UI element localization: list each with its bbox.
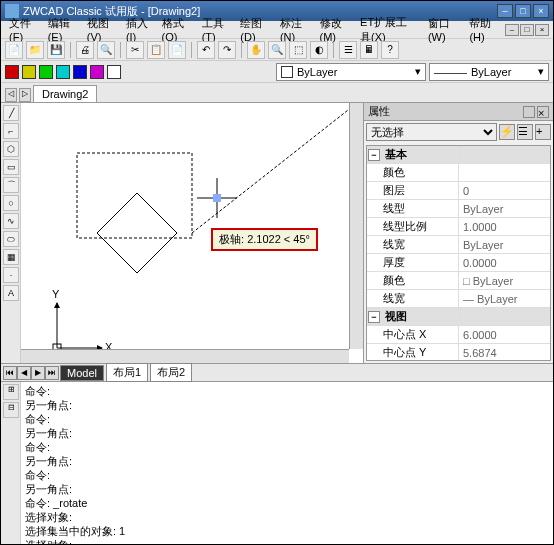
maximize-button[interactable]: □ (515, 4, 531, 18)
selobj-icon[interactable]: ☰ (517, 124, 533, 140)
polar-tooltip: 极轴: 2.1022 < 45° (211, 228, 318, 251)
color-red[interactable] (5, 65, 19, 79)
layout-prev-icon[interactable]: ◀ (17, 366, 31, 380)
prop-value[interactable]: □ ByLayer (459, 274, 550, 288)
zoomwin-icon[interactable]: ⬚ (289, 41, 307, 59)
prop-value[interactable]: 6.0000 (459, 328, 550, 342)
cmd-toolbar: ⊞ ⊟ (1, 382, 21, 545)
command-history[interactable]: 命令:另一角点:命令:另一角点:命令:另一角点:命令:另一角点:命令: _rot… (21, 382, 553, 545)
undo-icon[interactable]: ↶ (197, 41, 215, 59)
prop-value[interactable]: 0.0000 (459, 256, 550, 270)
ellipse-icon[interactable]: ⬭ (3, 231, 19, 247)
prop-value[interactable]: 5.6874 (459, 346, 550, 360)
cmd-tool2-icon[interactable]: ⊟ (3, 402, 19, 418)
color-blue[interactable] (73, 65, 87, 79)
open-icon[interactable]: 📁 (26, 41, 44, 59)
cmd-tool1-icon[interactable]: ⊞ (3, 384, 19, 400)
prop-key: 颜色 (379, 272, 459, 289)
cmd-line: 另一角点: (25, 482, 549, 496)
layer-toolbar: ByLayer▾ ———ByLayer▾ (1, 61, 553, 83)
color-cyan[interactable] (56, 65, 70, 79)
linetype-select[interactable]: ———ByLayer▾ (429, 63, 549, 81)
layout2-tab[interactable]: 布局2 (150, 363, 192, 382)
new-icon[interactable]: 📄 (5, 41, 23, 59)
polygon-icon[interactable]: ⬡ (3, 141, 19, 157)
mdi-max-button[interactable]: □ (520, 24, 534, 36)
tab-next-icon[interactable]: ▷ (19, 88, 31, 102)
mdi-close-button[interactable]: × (535, 24, 549, 36)
paste-icon[interactable]: 📄 (168, 41, 186, 59)
prop-key: 线型 (379, 200, 459, 217)
prop-value[interactable]: 0 (459, 184, 550, 198)
layout1-tab[interactable]: 布局1 (106, 363, 148, 382)
quicksel-icon[interactable]: ⚡ (499, 124, 515, 140)
zoom-icon[interactable]: 🔍 (268, 41, 286, 59)
cmd-line: 选择集当中的对象: 1 (25, 524, 549, 538)
close-button[interactable]: × (533, 4, 549, 18)
mdi-min-button[interactable]: – (505, 24, 519, 36)
help-icon[interactable]: ? (381, 41, 399, 59)
prop-category[interactable]: 基本 (381, 146, 461, 163)
prop-key: 线型比例 (379, 218, 459, 235)
expand-icon[interactable]: − (368, 311, 380, 323)
y-axis-label: Y (52, 288, 60, 300)
calc-icon[interactable]: 🖩 (360, 41, 378, 59)
tab-prev-icon[interactable]: ◁ (5, 88, 17, 102)
rect-icon[interactable]: ▭ (3, 159, 19, 175)
pline-icon[interactable]: ⌐ (3, 123, 19, 139)
prop-value[interactable]: ByLayer (459, 238, 550, 252)
circle-icon[interactable]: ○ (3, 195, 19, 211)
text-icon[interactable]: A (3, 285, 19, 301)
pickadd-icon[interactable]: + (535, 124, 551, 140)
print-icon[interactable]: 🖨 (76, 41, 94, 59)
point-icon[interactable]: · (3, 267, 19, 283)
prop-key: 中心点 X (379, 326, 459, 343)
prop-key: 线宽 (379, 236, 459, 253)
cut-icon[interactable]: ✂ (126, 41, 144, 59)
property-grid[interactable]: −基本颜色图层0线型ByLayer线型比例1.0000线宽ByLayer厚度0.… (366, 145, 551, 361)
prop-value[interactable]: ByLayer (459, 202, 550, 216)
layout-next-icon[interactable]: ▶ (31, 366, 45, 380)
svg-rect-4 (213, 194, 221, 202)
layout-first-icon[interactable]: ⏮ (3, 366, 17, 380)
prop-value[interactable]: 1.0000 (459, 220, 550, 234)
model-tab[interactable]: Model (60, 365, 104, 381)
color-yellow[interactable] (22, 65, 36, 79)
spline-icon[interactable]: ∿ (3, 213, 19, 229)
zoomprev-icon[interactable]: ◐ (310, 41, 328, 59)
selection-dropdown[interactable]: 无选择 (366, 123, 497, 141)
layout-last-icon[interactable]: ⏭ (45, 366, 59, 380)
props-close-icon[interactable]: × (537, 106, 549, 118)
redo-icon[interactable]: ↷ (218, 41, 236, 59)
preview-icon[interactable]: 🔍 (97, 41, 115, 59)
menu-help[interactable]: 帮助(H) (465, 15, 503, 44)
save-icon[interactable]: 💾 (47, 41, 65, 59)
v-scrollbar[interactable] (349, 103, 363, 349)
line-icon[interactable]: ╱ (3, 105, 19, 121)
hatch-icon[interactable]: ▦ (3, 249, 19, 265)
pin-icon[interactable] (523, 106, 535, 118)
draw-toolbar: ╱ ⌐ ⬡ ▭ ⌒ ○ ∿ ⬭ ▦ · A (1, 103, 21, 363)
cmd-line: 命令: _rotate (25, 496, 549, 510)
prop-category[interactable]: 视图 (381, 308, 461, 325)
arc-icon[interactable]: ⌒ (3, 177, 19, 193)
color-green[interactable] (39, 65, 53, 79)
cmd-line: 另一角点: (25, 426, 549, 440)
prop-value[interactable] (459, 172, 550, 174)
cmd-line: 选择对象: (25, 538, 549, 545)
expand-icon[interactable]: − (368, 149, 380, 161)
color-white[interactable] (107, 65, 121, 79)
cmd-line: 命令: (25, 440, 549, 454)
prop-value[interactable]: — ByLayer (459, 292, 550, 306)
props-title: 属性 (368, 104, 390, 119)
color-magenta[interactable] (90, 65, 104, 79)
copy-icon[interactable]: 📋 (147, 41, 165, 59)
props-icon[interactable]: ☰ (339, 41, 357, 59)
layer-select[interactable]: ByLayer▾ (276, 63, 426, 81)
h-scrollbar[interactable] (21, 349, 349, 363)
drawing-tab[interactable]: Drawing2 (33, 85, 97, 102)
properties-panel: 属性× 无选择 ⚡ ☰ + −基本颜色图层0线型ByLayer线型比例1.000… (363, 103, 553, 363)
menu-window[interactable]: 窗口(W) (424, 15, 464, 44)
drawing-canvas[interactable]: X Y 极轴: 2.1022 < 45° (21, 103, 363, 363)
pan-icon[interactable]: ✋ (247, 41, 265, 59)
